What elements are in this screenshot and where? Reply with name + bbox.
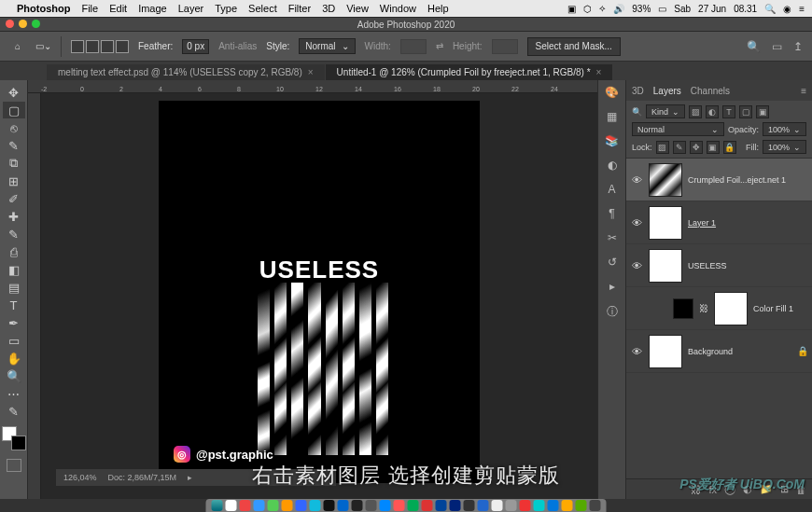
share-icon[interactable]: ↥	[793, 40, 803, 53]
brush-tool-icon[interactable]: ✎	[3, 226, 25, 242]
filter-pixel-icon[interactable]: ▨	[689, 105, 702, 118]
new-selection-icon[interactable]	[71, 40, 84, 53]
layer-mask-thumbnail[interactable]	[714, 292, 748, 325]
spotlight-icon[interactable]: 🔍	[764, 4, 776, 14]
color-swatches[interactable]	[2, 426, 26, 450]
lock-paint-icon[interactable]: ✎	[673, 141, 686, 154]
workspace-icon[interactable]: ▭	[772, 40, 782, 53]
visibility-icon[interactable]: 👁	[630, 174, 643, 186]
app-menu[interactable]: Photoshop	[17, 3, 70, 14]
zoom-window-icon[interactable]	[32, 20, 40, 28]
dropbox-icon[interactable]: ⬡	[583, 4, 592, 14]
minimize-window-icon[interactable]	[19, 20, 27, 28]
tab-channels[interactable]: Channels	[691, 86, 730, 96]
background-color[interactable]	[11, 436, 26, 450]
subtract-selection-icon[interactable]	[101, 40, 114, 53]
hand-tool-icon[interactable]: ✋	[3, 350, 25, 367]
battery-icon[interactable]: ▭	[658, 4, 666, 14]
menu-3d[interactable]: 3D	[322, 3, 335, 14]
libraries-panel-icon[interactable]: 📚	[605, 134, 619, 147]
shape-tool-icon[interactable]: ▭	[3, 332, 25, 349]
lock-pos-icon[interactable]: ✥	[690, 141, 703, 154]
filter-smart-icon[interactable]: ▣	[756, 105, 769, 118]
menu-select[interactable]: Select	[248, 3, 277, 14]
layer-name[interactable]: Crumpled Foil...eject.net 1	[688, 175, 786, 185]
move-tool-icon[interactable]: ✥	[3, 84, 25, 101]
layer-name[interactable]: Layer 1	[688, 218, 716, 228]
siri-icon[interactable]: ◉	[783, 4, 791, 14]
layer-row[interactable]: 👁 Crumpled Foil...eject.net 1	[626, 159, 812, 201]
paragraph-panel-icon[interactable]: ¶	[609, 207, 614, 220]
intersect-selection-icon[interactable]	[116, 40, 129, 53]
mac-dock[interactable]	[206, 499, 607, 512]
lock-trans-icon[interactable]: ▨	[656, 141, 669, 154]
wifi-icon[interactable]: ⟡	[599, 3, 606, 14]
adjustments-panel-icon[interactable]: ◐	[608, 159, 617, 172]
menu-filter[interactable]: Filter	[288, 3, 311, 14]
menu-help[interactable]: Help	[427, 3, 449, 14]
eyedropper-tool-icon[interactable]: ✐	[3, 190, 25, 207]
layer-thumbnail[interactable]	[649, 335, 682, 368]
layer-name[interactable]: USELESS	[688, 261, 727, 270]
brushes-panel-icon[interactable]: ✂	[608, 231, 617, 244]
stamp-tool-icon[interactable]: ⎙	[3, 243, 25, 260]
layer-name[interactable]: Color Fill 1	[753, 304, 793, 313]
mask-link-icon[interactable]: ⛓	[699, 303, 708, 313]
layer-row[interactable]: 👁 USELESS	[626, 244, 812, 287]
filter-type-icon[interactable]: T	[722, 105, 735, 118]
layer-row[interactable]: 👁 Layer 1	[626, 201, 812, 244]
tab-3d[interactable]: 3D	[632, 86, 644, 96]
layer-name[interactable]: Background	[688, 347, 733, 356]
lock-artboard-icon[interactable]: ▣	[707, 141, 720, 154]
frame-tool-icon[interactable]: ⊞	[3, 173, 25, 189]
layer-row[interactable]: 👁 Background 🔒	[626, 330, 812, 373]
panel-menu-icon[interactable]: ≡	[801, 86, 806, 96]
zoom-tool-icon[interactable]: 🔍	[3, 367, 25, 384]
more-tools-icon[interactable]: ⋯	[3, 385, 25, 402]
style-select[interactable]: Normal⌄	[299, 38, 355, 54]
menu-view[interactable]: View	[346, 3, 369, 14]
menu-edit[interactable]: Edit	[109, 3, 127, 14]
menu-image[interactable]: Image	[138, 3, 167, 14]
filter-shape-icon[interactable]: ▢	[739, 105, 752, 118]
layer-thumbnail[interactable]	[673, 298, 693, 319]
info-panel-icon[interactable]: ⓘ	[607, 304, 618, 320]
menu-file[interactable]: File	[81, 3, 98, 14]
edit-toolbar-icon[interactable]: ✎	[3, 403, 25, 420]
layer-row[interactable]: ⛓ Color Fill 1	[626, 287, 812, 330]
menu-layer[interactable]: Layer	[178, 3, 204, 14]
pen-tool-icon[interactable]: ✒	[3, 314, 25, 331]
healing-tool-icon[interactable]: ✚	[3, 208, 25, 225]
visibility-icon[interactable]: 👁	[630, 346, 643, 357]
opacity-input[interactable]: 100%⌄	[763, 122, 806, 136]
eraser-tool-icon[interactable]: ◧	[3, 261, 25, 278]
zoom-level[interactable]: 126,04%	[63, 473, 97, 482]
close-tab-icon[interactable]: ×	[596, 67, 602, 77]
ruler-vertical[interactable]	[28, 93, 41, 499]
marquee-tool-icon[interactable]: ▢	[3, 102, 25, 118]
select-and-mask-button[interactable]: Select and Mask...	[527, 37, 621, 56]
feather-input[interactable]: 0 px	[182, 39, 209, 54]
search-icon[interactable]: 🔍	[747, 40, 761, 53]
fill-input[interactable]: 100%⌄	[763, 140, 806, 154]
doc-size[interactable]: Doc: 2,86M/7,15M	[108, 473, 177, 482]
visibility-icon[interactable]: 👁	[630, 260, 643, 271]
quick-select-tool-icon[interactable]: ✎	[3, 137, 25, 154]
lock-all-icon[interactable]: 🔒	[723, 141, 736, 154]
document-tab[interactable]: Untitled-1 @ 126% (Crumpled Foil by free…	[326, 64, 613, 80]
menu-window[interactable]: Window	[380, 3, 416, 14]
lasso-tool-icon[interactable]: ⎋	[3, 119, 25, 136]
tool-preset-icon[interactable]: ▭⌄	[35, 41, 51, 51]
home-button[interactable]: ⌂	[9, 39, 26, 53]
visibility-icon[interactable]: 👁	[630, 217, 643, 228]
close-window-icon[interactable]	[6, 20, 14, 28]
sound-icon[interactable]: 🔊	[613, 4, 624, 14]
history-panel-icon[interactable]: ↺	[608, 256, 617, 269]
type-tool-icon[interactable]: T	[3, 297, 25, 313]
crop-tool-icon[interactable]: ⧉	[3, 155, 25, 172]
layer-thumbnail[interactable]	[649, 249, 682, 283]
add-selection-icon[interactable]	[86, 40, 99, 53]
tab-layers[interactable]: Layers	[653, 86, 681, 96]
filter-type-select[interactable]: Kind⌄	[646, 104, 685, 118]
close-tab-icon[interactable]: ×	[308, 67, 314, 77]
